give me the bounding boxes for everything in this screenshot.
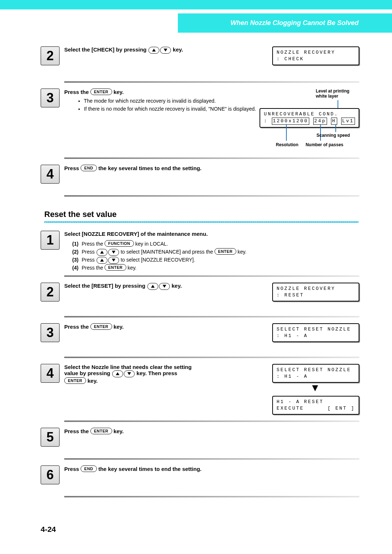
callout-line — [335, 125, 336, 132]
lcd-line: NOZZLE RECOVERY — [277, 286, 355, 292]
divider — [64, 195, 359, 197]
lcd-line: NOZZLE RECOVERY — [277, 49, 355, 56]
callout-line — [286, 125, 287, 141]
text: value by pressing — [64, 370, 112, 376]
text: the key several times to end the setting… — [98, 165, 201, 171]
divider — [64, 316, 359, 317]
callout-level: Level at printing white layer — [316, 89, 359, 99]
sec2-step5: 5 Press the ENTER key. — [41, 428, 359, 447]
idx: (2) — [72, 248, 80, 256]
text: key. — [173, 46, 183, 53]
page: When Nozzle Clogging Cannot Be Solved 2 … — [0, 0, 392, 554]
enter-key-icon: ENTER — [90, 89, 112, 95]
text: key in LOCAL. — [135, 241, 168, 247]
function-key-icon: FUNCTION — [105, 240, 134, 247]
up-down-keys-icon — [148, 47, 171, 54]
lcd-box: 1200x1200 — [272, 118, 309, 125]
text: Select the Nozzle line that needs clear … — [64, 364, 192, 370]
callout-scan: Scanning speed — [317, 133, 350, 138]
lcd-display: SELECT RESET NOZZLE : H1 - A — [272, 323, 359, 342]
lcd-display: NOZZLE RECOVERY : RESET — [272, 283, 359, 301]
divider — [64, 496, 359, 497]
svg-marker-9 — [127, 372, 131, 375]
substep: (4) Press the ENTER key. — [72, 264, 359, 272]
lcd-line: : H1 - A — [277, 333, 355, 339]
lcd-box: 24p — [313, 118, 327, 125]
lcd-line: SELECT RESET NOZZLE — [277, 326, 355, 333]
svg-marker-0 — [152, 49, 156, 52]
substeps: (1) Press the FUNCTION key in LOCAL. (2)… — [72, 240, 359, 272]
text: key. — [114, 428, 124, 434]
lcd-line: H1 - A RESET — [277, 399, 355, 405]
text: Press — [64, 466, 81, 472]
lcd-line: : 1200x1200 24p H Lv1 — [264, 118, 355, 125]
lcd-display: NOZZLE RECOVERY : CHECK — [272, 46, 359, 65]
text: Select the [CHECK] by pressing — [64, 46, 148, 53]
lcd-box: Lv1 — [341, 118, 355, 125]
up-down-keys-icon — [112, 370, 135, 377]
idx: (3) — [72, 256, 80, 264]
svg-marker-1 — [164, 49, 167, 52]
enter-key-icon: ENTER — [64, 377, 86, 384]
callout-passes: Number of passes — [306, 142, 343, 147]
text: key. — [87, 378, 98, 384]
content: 2 Select the [CHECK] by pressing key. NO… — [41, 46, 359, 503]
enter-key-icon: ENTER — [105, 264, 126, 271]
sec1-step3: 3 Press the ENTER key. The mode for whic… — [41, 89, 359, 154]
step-number: 2 — [41, 283, 60, 301]
idx: (4) — [72, 264, 80, 272]
down-arrow-icon: ▼ — [310, 382, 320, 394]
sec2-step3: 3 Press the ENTER key. SELECT RESET NOZZ… — [41, 323, 359, 342]
svg-marker-2 — [100, 251, 104, 254]
svg-marker-5 — [112, 259, 115, 262]
substep: (2) Press to select [MAINTENANCE] and pr… — [72, 248, 359, 256]
svg-marker-8 — [116, 372, 119, 375]
sec2-step6: 6 Press END the key several times to end… — [41, 465, 359, 484]
text: key. — [114, 324, 124, 330]
svg-marker-4 — [100, 259, 104, 262]
page-number: 4-24 — [41, 525, 56, 534]
lcd-display: H1 - A RESET EXECUTE [ ENT ] — [272, 396, 359, 415]
step-number: 4 — [41, 165, 60, 184]
step-number: 4 — [41, 364, 60, 383]
text: to select [NOZZLE RECOVERY]. — [121, 257, 195, 263]
step-number: 1 — [41, 231, 60, 250]
text: key. — [237, 249, 246, 255]
text: Press the — [64, 324, 90, 330]
lcd-display: SELECT RESET NOZZLE : H1 - A — [272, 364, 359, 383]
text: Press the — [82, 241, 105, 247]
enter-key-icon: ENTER — [90, 428, 112, 434]
idx: (1) — [72, 240, 80, 248]
text: Press — [82, 249, 96, 255]
divider — [64, 157, 359, 159]
svg-marker-6 — [151, 285, 155, 288]
step-number: 5 — [41, 428, 60, 447]
text: Press the — [64, 89, 90, 95]
up-down-keys-icon — [96, 249, 119, 256]
heading-rule — [44, 221, 359, 223]
callout-resolution: Resolution — [276, 142, 298, 147]
divider — [64, 275, 359, 277]
page-title: When Nozzle Clogging Cannot Be Solved — [230, 19, 359, 27]
sec1-step4: 4 Press END the key several times to end… — [41, 165, 359, 184]
end-key-icon: END — [81, 165, 97, 171]
lcd-text: EXECUTE — [277, 405, 304, 412]
lcd-line: EXECUTE [ ENT ] — [277, 405, 355, 412]
text: to select [MAINTENANCE] and press the — [121, 249, 214, 255]
text: Press — [64, 165, 81, 171]
lcd-box: H — [331, 118, 337, 125]
lcd-line: UNRECOVERABLE COND. — [264, 111, 355, 118]
substep: (1) Press the FUNCTION key in LOCAL. — [72, 240, 359, 248]
up-down-keys-icon — [147, 283, 170, 290]
text: Press the — [64, 428, 90, 434]
up-down-keys-icon — [96, 257, 119, 264]
text: Select the [RESET] by pressing — [64, 283, 147, 289]
sec2-step1: 1 Select [NOZZLE RECOVERY] of the mainte… — [41, 231, 359, 272]
step-number: 3 — [41, 89, 60, 107]
section-heading: Reset the set value — [44, 210, 359, 219]
lcd-text: [ ENT ] — [327, 405, 355, 412]
divider — [64, 420, 359, 422]
divider — [64, 458, 359, 460]
text: key. — [114, 89, 124, 95]
lcd-line: SELECT RESET NOZZLE — [277, 367, 355, 373]
